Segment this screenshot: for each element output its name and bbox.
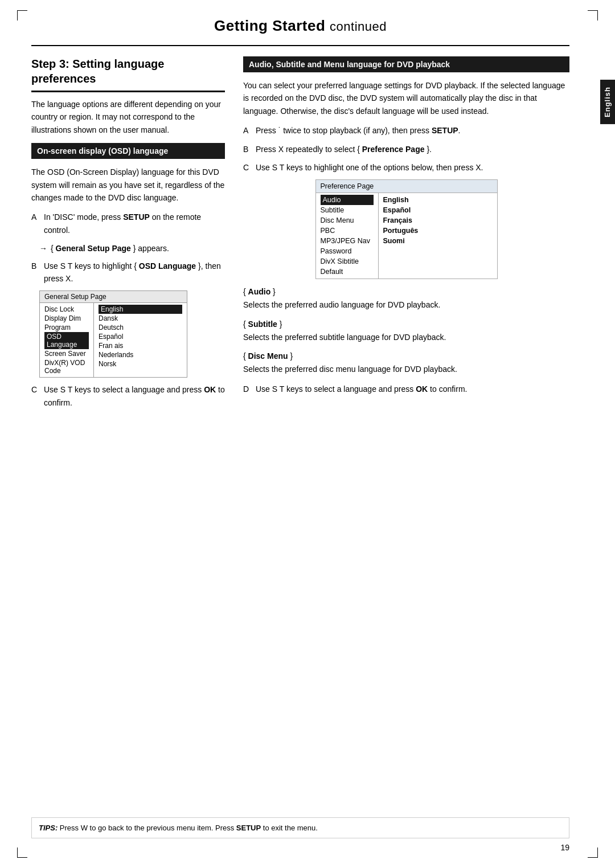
title-suffix: continued — [330, 19, 387, 34]
setup-item: Program — [44, 323, 89, 332]
discmenu-bold: Disc Menu — [248, 351, 288, 361]
audio-bold: Audio — [248, 287, 271, 296]
pref-table-body: Audio Subtitle Disc Menu PBC MP3/JPEG Na… — [316, 193, 497, 279]
setup-item: Display Dim — [44, 314, 89, 323]
discmenu-desc: Selects the preferred disc menu language… — [243, 363, 569, 375]
corner-mark-tl — [17, 10, 27, 21]
step-b-right: B Press X repeatedly to select { Prefere… — [243, 143, 569, 155]
pref-lang-english: English — [383, 195, 493, 205]
setup-item-osd: OSD Language — [44, 332, 89, 349]
pref-item-mp3jpeg: MP3/JPEG Nav — [321, 236, 374, 246]
setup-bold-r: SETUP — [432, 126, 458, 135]
setup-table-title: General Setup Page — [40, 291, 187, 303]
pref-item-subtitle: Subtitle — [321, 205, 374, 215]
pref-item-divxsub: DivX Sibtitle — [321, 256, 374, 267]
setup-lang-deutsch: Deutsch — [99, 323, 182, 332]
general-setup-table: General Setup Page Disc Lock Display Dim… — [39, 290, 187, 378]
two-col-layout: Step 3: Setting language preferences The… — [31, 56, 569, 415]
pref-table-col2: English Español Français Português Suomi — [379, 193, 497, 279]
step-a-right-content: Press ˙ twice to stop playback (if any),… — [256, 124, 569, 137]
step-letter-br: B — [243, 143, 251, 155]
arrow-content: { General Setup Page } appears. — [51, 242, 169, 255]
setup-item: Disc Lock — [44, 305, 89, 314]
title-rule — [31, 45, 569, 46]
corner-mark-bl — [17, 847, 27, 858]
step-letter-c: C — [31, 383, 39, 396]
subtitle-subsection-label: { Subtitle } — [243, 320, 569, 329]
page-number: 19 — [560, 843, 569, 852]
step-a-left: A In 'DISC' mode, press SETUP on the rem… — [31, 211, 225, 236]
step-b-content: Use S T keys to highlight { OSD Language… — [44, 260, 225, 285]
setup-item: Screen Saver — [44, 349, 89, 358]
osd-body-text: The OSD (On-Screen Display) language for… — [31, 166, 225, 204]
step-letter-d: D — [243, 383, 251, 395]
setup-bold: SETUP — [123, 212, 150, 222]
tips-bar: TIPS: Press W to go back to the previous… — [31, 817, 569, 839]
arrow-item: → { General Setup Page } appears. — [31, 242, 225, 255]
osd-lang-bold: OSD Language — [139, 261, 196, 271]
step-letter-b: B — [31, 260, 39, 272]
pref-lang-espanol: Español — [383, 205, 493, 215]
pref-item-password: Password — [321, 246, 374, 256]
setup-lang-norsk: Norsk — [99, 359, 182, 369]
subtitle-desc: Selects the preferred subtitle language … — [243, 331, 569, 343]
setup-table-col1: Disc Lock Display Dim Program OSD Langua… — [40, 303, 94, 377]
pref-page-bold: Preference Page — [362, 145, 425, 154]
step-heading: Step 3: Setting language preferences — [31, 56, 225, 86]
pref-item-pbc: PBC — [321, 226, 374, 236]
intro-text-left: The language options are different depen… — [31, 98, 225, 136]
subtitle-bold: Subtitle — [248, 320, 277, 329]
page-content: Getting Started continued Step 3: Settin… — [0, 0, 615, 432]
step-d-content: Use S T keys to select a language and pr… — [256, 383, 569, 395]
step-letter-ar: A — [243, 124, 251, 137]
right-column: Audio, Subtitle and Menu language for DV… — [243, 56, 569, 415]
step-letter-cr: C — [243, 161, 251, 174]
pref-item-audio: Audio — [321, 195, 374, 205]
setup-item: DivX(R) VOD Code — [44, 358, 89, 375]
corner-mark-tr — [588, 10, 598, 21]
setup-lang-english: English — [99, 305, 182, 314]
audio-desc: Selects the preferred audio language for… — [243, 298, 569, 311]
step-c-left: C Use S T keys to select a language and … — [31, 383, 225, 409]
step-d-right: D Use S T keys to select a language and … — [243, 383, 569, 395]
pref-item-default: Default — [321, 267, 374, 277]
preference-table: Preference Page Audio Subtitle Disc Menu… — [315, 179, 498, 279]
pref-lang-suomi: Suomi — [383, 236, 493, 246]
pref-lang-francais: Français — [383, 215, 493, 226]
title-bold: Getting Started — [214, 17, 325, 34]
left-column: Step 3: Setting language preferences The… — [31, 56, 225, 415]
step-c-right: C Use S T keys to highlight one of the o… — [243, 161, 569, 174]
step-a-content: In 'DISC' mode, press SETUP on the remot… — [44, 211, 225, 236]
setup-lang-francais: Fran ais — [99, 341, 182, 350]
ok-bold: OK — [204, 385, 216, 394]
discmenu-subsection-label: { Disc Menu } — [243, 351, 569, 361]
setup-table-col2: English Dansk Deutsch Español Fran ais N… — [94, 303, 187, 377]
step-a-right: A Press ˙ twice to stop playback (if any… — [243, 124, 569, 137]
setup-lang-dansk: Dansk — [99, 314, 182, 323]
intro-text-right: You can select your preferred language s… — [243, 79, 569, 117]
pref-lang-portugues: Português — [383, 226, 493, 236]
pref-table-title: Preference Page — [316, 180, 497, 193]
step-letter-a: A — [31, 211, 39, 223]
tips-setup-bold: SETUP — [236, 824, 261, 832]
setup-lang-nederlands: Nederlands — [99, 350, 182, 359]
pref-table-col1: Audio Subtitle Disc Menu PBC MP3/JPEG Na… — [316, 193, 379, 279]
audio-subsection-label: { Audio } — [243, 287, 569, 296]
step-c-content: Use S T keys to select a language and pr… — [44, 383, 225, 409]
english-tab: English — [600, 80, 615, 124]
pref-item-discmenu: Disc Menu — [321, 215, 374, 226]
ok-bold-d: OK — [416, 384, 428, 394]
tips-label: TIPS: — [39, 824, 58, 832]
arrow-symbol: → — [39, 242, 47, 255]
step-heading-rule — [31, 91, 225, 92]
step-c-right-content: Use S T keys to highlight one of the opt… — [256, 161, 569, 174]
general-setup-bold: General Setup Page — [56, 244, 131, 253]
audio-subtitle-heading: Audio, Subtitle and Menu language for DV… — [243, 56, 569, 72]
page-title: Getting Started continued — [31, 17, 569, 35]
corner-mark-br — [588, 847, 598, 858]
tips-text: Press W to go back to the previous menu … — [60, 824, 318, 832]
step-b-left: B Use S T keys to highlight { OSD Langua… — [31, 260, 225, 285]
osd-section-heading: On-screen display (OSD) language — [31, 143, 225, 159]
step-b-right-content: Press X repeatedly to select { Preferenc… — [256, 143, 569, 155]
setup-lang-espanol: Español — [99, 332, 182, 341]
